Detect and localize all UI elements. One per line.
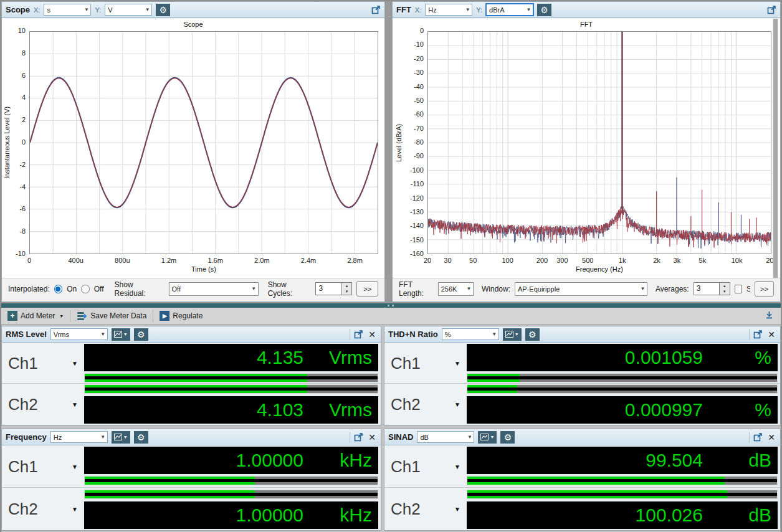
gear-icon: ⚙ (137, 432, 145, 442)
interpolated-label: Interpolated: (8, 285, 50, 293)
meters-dock: RMS Level Vrms ▼ ▼ ⚙ (0, 325, 782, 532)
fft-scrollbar[interactable] (773, 19, 778, 278)
fft-y-unit-select[interactable]: dBrA ▼ (486, 4, 533, 16)
meter-popout-button[interactable] (753, 432, 763, 442)
show-cycles-stepper[interactable]: 3 ▲ ▼ (315, 282, 352, 295)
fft-settings-button[interactable]: ⚙ (537, 4, 551, 16)
tick-label: -10 (16, 250, 26, 257)
meter-panel-rms-level: RMS Level Vrms ▼ ▼ ⚙ (1, 326, 381, 425)
fft-length-select[interactable]: 256K ▼ (438, 282, 474, 296)
show-residual-select[interactable]: Off ▼ (169, 282, 259, 296)
meter-unit-select[interactable]: % ▼ (442, 328, 499, 340)
meter-popout-button[interactable] (354, 432, 363, 442)
meter-readout: 99.504 dB (467, 447, 778, 474)
regulate-button[interactable]: ▶ Regulate (155, 309, 207, 323)
meter-unit-select[interactable]: Vrms ▼ (50, 328, 108, 340)
meter-readout: 1.00000 kHz (84, 501, 378, 529)
fft-sync-checkbox[interactable] (735, 285, 742, 293)
interpolated-on-radio[interactable] (54, 285, 63, 293)
chevron-down-icon: ▼ (639, 286, 647, 292)
meter-panel-thd-n-ratio: THD+N Ratio % ▼ ▼ ⚙ (384, 326, 781, 425)
scope-x-unit-select[interactable]: s ▼ (44, 4, 91, 16)
chevron-down-icon: ▼ (123, 332, 128, 336)
chevron-down-icon: ▼ (464, 7, 472, 12)
meter-display-mode-button[interactable]: ▼ (478, 431, 497, 444)
gear-icon: ⚙ (540, 5, 548, 15)
chevron-down-icon: ▼ (99, 434, 107, 440)
close-icon[interactable]: ✕ (766, 432, 776, 442)
interpolated-off-radio[interactable] (81, 285, 90, 293)
channel-selector[interactable]: Ch2 ▼ (2, 384, 84, 425)
scope-y-unit-select[interactable]: V ▼ (105, 4, 152, 16)
close-icon[interactable]: ✕ (367, 432, 377, 442)
averages-stepper[interactable]: 3 ▲ ▼ (694, 282, 730, 295)
tick-label: 300 (556, 257, 568, 264)
spin-down-icon[interactable]: ▼ (720, 289, 730, 295)
meter-settings-button[interactable]: ⚙ (525, 328, 540, 341)
meter-unit-select[interactable]: Hz ▼ (50, 431, 108, 443)
meter-display-mode-button[interactable]: ▼ (112, 431, 130, 444)
fft-x-unit-select[interactable]: Hz ▼ (425, 4, 472, 16)
close-icon[interactable]: ✕ (367, 330, 377, 340)
tick-label: -150 (410, 236, 424, 244)
tick-label: 200 (536, 257, 548, 264)
spin-up-icon[interactable]: ▲ (720, 283, 730, 289)
meter-settings-button[interactable]: ⚙ (134, 328, 148, 341)
chevron-down-icon: ▼ (99, 331, 107, 337)
fft-panel-header: FFT X: Hz ▼ Y: dBrA ▼ ⚙ (393, 2, 780, 18)
fft-popout-button[interactable] (767, 5, 776, 14)
close-icon[interactable]: ✕ (766, 330, 776, 340)
channel-selector[interactable]: Ch2 ▼ (2, 488, 84, 530)
meter-unit-select[interactable]: dB ▼ (417, 431, 474, 443)
tick-label: 5k (699, 257, 706, 264)
meter-bar (84, 384, 378, 394)
meter-title: THD+N Ratio (388, 330, 438, 339)
channel-selector[interactable]: Ch2 ▼ (384, 384, 467, 425)
meter-settings-button[interactable]: ⚙ (500, 431, 515, 444)
meter-header: THD+N Ratio % ▼ ▼ ⚙ (384, 326, 780, 343)
popout-icon (767, 5, 776, 14)
fft-x-axis-label: X: (415, 6, 421, 14)
meter-settings-button[interactable]: ⚙ (134, 431, 148, 444)
add-meter-button[interactable]: + Add Meter ▼ (2, 309, 69, 323)
meter-popout-button[interactable] (354, 330, 363, 339)
tick-label: 1k (619, 257, 626, 264)
channel-selector[interactable]: Ch1 ▼ (384, 445, 467, 488)
chevron-down-icon: ▼ (72, 506, 78, 513)
channel-selector[interactable]: Ch1 ▼ (384, 343, 467, 384)
scope-settings-button[interactable]: ⚙ (156, 4, 170, 16)
tick-label: -4 (19, 183, 26, 191)
spin-up-icon[interactable]: ▲ (341, 283, 351, 289)
tick-label: 20 (424, 257, 431, 264)
chevron-down-icon: ▼ (123, 435, 128, 439)
scope-plotbox[interactable] (29, 31, 378, 254)
channel-selector[interactable]: Ch1 ▼ (2, 445, 84, 488)
fft-scrollbar-thumb[interactable] (773, 19, 778, 278)
scope-controls: Interpolated: On Off Show Residual: Off … (2, 278, 384, 299)
tick-label: 6 (22, 72, 26, 79)
scope-more-button[interactable]: >> (356, 281, 378, 297)
channel-selector[interactable]: Ch1 ▼ (2, 343, 84, 384)
meter-display-mode-button[interactable]: ▼ (112, 328, 130, 341)
meter-display-mode-button[interactable]: ▼ (503, 328, 522, 341)
meter-bar (84, 373, 378, 382)
meter-title: RMS Level (6, 330, 47, 339)
meter-popout-button[interactable] (753, 330, 763, 339)
channel-selector[interactable]: Ch2 ▼ (384, 488, 467, 530)
tick-label: 0 (420, 27, 424, 34)
chevron-down-icon: ▼ (59, 314, 64, 318)
spin-down-icon[interactable]: ▼ (341, 289, 351, 295)
dock-button[interactable] (765, 311, 773, 321)
tick-label: 800u (115, 257, 130, 264)
fft-plotbox[interactable] (427, 31, 771, 254)
horizontal-splitter[interactable] (0, 303, 782, 308)
tick-label: 0 (22, 138, 26, 146)
chart-icon (114, 331, 122, 338)
tick-label: 2.0m (254, 257, 269, 264)
scope-popout-button[interactable] (371, 5, 381, 14)
fft-more-button[interactable]: >> (755, 281, 774, 297)
meter-panel-sinad: SINAD dB ▼ ▼ ⚙ (384, 429, 781, 531)
window-select[interactable]: AP-Equiripple ▼ (515, 282, 647, 296)
meter-readout: 0.001059 % (467, 344, 778, 371)
save-meter-data-button[interactable]: Save Meter Data (72, 309, 151, 323)
